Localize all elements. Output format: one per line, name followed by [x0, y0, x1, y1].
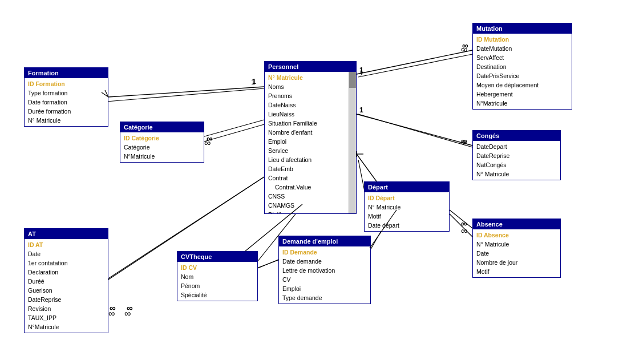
- depart-field-id: ID Départ: [368, 193, 446, 203]
- svg-text:1: 1: [251, 78, 255, 86]
- mutation-field-servaff: ServAffect: [476, 53, 568, 62]
- demande-field-emploi: Emploi: [282, 284, 367, 293]
- absence-field-date: Date: [476, 249, 557, 258]
- mutation-header: Mutation: [473, 23, 572, 34]
- svg-line-5: [450, 214, 472, 237]
- cvtheque-field-id: ID CV: [181, 263, 254, 272]
- svg-line-0: [107, 88, 264, 102]
- personnel-field-situation: Situation Familiale: [268, 119, 353, 128]
- absence-entity: Absence ID Absence N° Matricule Date Nom…: [472, 219, 561, 278]
- mutation-field-datepris: DatePrisService: [476, 71, 568, 80]
- mutation-field-dest: Destination: [476, 62, 568, 71]
- svg-line-35: [450, 210, 472, 228]
- cvtheque-field-nom: Nom: [181, 272, 254, 281]
- svg-text:∞: ∞: [124, 309, 131, 318]
- formation-field-2: Type formation: [28, 88, 104, 98]
- depart-header: Départ: [365, 182, 449, 192]
- mutation-field-moyen: Moyen de déplacement: [476, 80, 568, 90]
- personnel-entity: Personnel N° Matricule Noms Prenoms Date…: [264, 61, 357, 214]
- personnel-field-matricule: N° Matricule: [268, 73, 353, 82]
- depart-body: ID Départ N° Matricule Motif Date départ: [365, 192, 449, 231]
- at-entity: AT ID AT Date 1er contatation Declaratio…: [24, 228, 108, 333]
- at-field-constat: 1er contatation: [28, 258, 104, 268]
- absence-field-nbj: Nombre de jour: [476, 258, 557, 267]
- svg-text:∞: ∞: [110, 303, 116, 313]
- personnel-field-lieu: Lieu d'afectation: [268, 155, 353, 164]
- personnel-scrollbar[interactable]: [349, 72, 356, 213]
- formation-entity: Formation ID Formation Type formation Da…: [24, 67, 108, 127]
- svg-text:1: 1: [252, 78, 256, 86]
- absence-header: Absence: [473, 219, 560, 229]
- svg-text:∞: ∞: [127, 303, 133, 313]
- svg-line-29: [357, 114, 472, 145]
- cvtheque-header: CVTheque: [177, 252, 257, 262]
- diagram-canvas: ∞ 1 1 ∞ ∞ ∞ ∞ ∞ Formation ID Formation T…: [0, 0, 619, 364]
- personnel-field-cnss: CNSS: [268, 192, 353, 201]
- at-field-decl: Declaration: [28, 268, 104, 277]
- personnel-field-datenaiss: DateNaiss: [268, 100, 353, 110]
- at-field-id: ID AT: [28, 240, 104, 249]
- formation-field-3: Date formation: [28, 98, 104, 107]
- mutation-body: ID Mutation DateMutation ServAffect Dest…: [473, 34, 572, 109]
- personnel-body: N° Matricule Noms Prenoms DateNaiss Lieu…: [265, 72, 356, 213]
- conges-field-mat: N° Matricule: [476, 169, 557, 179]
- at-field-revision: Revision: [28, 304, 104, 313]
- personnel-field-emploi: Emploi: [268, 137, 353, 146]
- absence-field-motif: Motif: [476, 267, 557, 276]
- personnel-field-lieunaiss: LieuNaiss: [268, 110, 353, 119]
- svg-text:1: 1: [359, 68, 363, 77]
- categorie-header: Catégorie: [120, 122, 204, 132]
- mutation-field-heberg: Hebergement: [476, 90, 568, 99]
- demande-body: ID Demande Date demande Lettre de motiva…: [279, 246, 370, 304]
- demande-header: Demande d'emploi: [279, 236, 370, 246]
- at-field-duree: Duréé: [28, 277, 104, 286]
- svg-line-26: [357, 50, 472, 74]
- categorie-field-2: Catégorie: [124, 143, 200, 152]
- absence-field-id: ID Absence: [476, 230, 557, 240]
- svg-text:∞: ∞: [462, 41, 468, 50]
- cvtheque-field-penom: Pénom: [181, 281, 254, 290]
- categorie-field-1: ID Catégorie: [124, 134, 200, 143]
- svg-text:∞: ∞: [461, 45, 467, 54]
- personnel-field-contrat: Contrat: [268, 173, 353, 183]
- at-field-date: Date: [28, 249, 104, 258]
- conges-field-nat: NatCongés: [476, 160, 557, 169]
- personnel-field-diplome: Diplôme: [268, 210, 353, 213]
- scrollbar-thumb[interactable]: [349, 72, 356, 88]
- categorie-field-3: N°Matricule: [124, 152, 200, 161]
- depart-field-date: Date départ: [368, 221, 446, 230]
- at-body: ID AT Date 1er contatation Declaration D…: [25, 239, 108, 333]
- categorie-body: ID Catégorie Catégorie N°Matricule: [120, 132, 204, 162]
- svg-text:∞: ∞: [461, 136, 467, 145]
- at-header: AT: [25, 229, 108, 239]
- demande-field-id: ID Demande: [282, 248, 367, 257]
- categorie-entity: Catégorie ID Catégorie Catégorie N°Matri…: [120, 122, 204, 163]
- svg-text:∞: ∞: [461, 219, 467, 228]
- formation-body: ID Formation Type formation Date formati…: [25, 78, 108, 126]
- svg-line-20: [108, 87, 264, 97]
- cvtheque-field-spec: Spécialité: [181, 290, 254, 300]
- personnel-field-cnamgs: CNAMGS: [268, 201, 353, 210]
- depart-entity: Départ ID Départ N° Matricule Motif Date…: [364, 181, 450, 232]
- conges-header: Congés: [473, 131, 560, 141]
- svg-text:∞: ∞: [108, 309, 115, 318]
- depart-field-mat: N° Matricule: [368, 203, 446, 212]
- demande-field-lettre: Lettre de motivation: [282, 266, 367, 275]
- conges-entity: Congés DateDepart DateReprise NatCongés …: [472, 130, 561, 180]
- demande-entity: Demande d'emploi ID Demande Date demande…: [278, 236, 371, 304]
- personnel-field-datemb: DateEmb: [268, 164, 353, 173]
- formation-field-4: Durée formation: [28, 107, 104, 116]
- personnel-field-noms: Noms: [268, 82, 353, 91]
- at-field-taux: TAUX_IPP: [28, 313, 104, 322]
- mutation-field-id: ID Mutation: [476, 35, 568, 44]
- at-field-mat: N°Matricule: [28, 322, 104, 331]
- svg-line-2: [358, 54, 472, 77]
- cvtheque-body: ID CV Nom Pénom Spécialité: [177, 262, 257, 301]
- svg-text:1: 1: [359, 106, 363, 114]
- svg-text:∞: ∞: [207, 134, 213, 143]
- svg-text:∞: ∞: [461, 137, 467, 147]
- mutation-field-date: DateMutation: [476, 44, 568, 53]
- absence-body: ID Absence N° Matricule Date Nombre de j…: [473, 229, 560, 277]
- formation-field-1: ID Formation: [28, 79, 104, 88]
- demande-field-date: Date demande: [282, 257, 367, 266]
